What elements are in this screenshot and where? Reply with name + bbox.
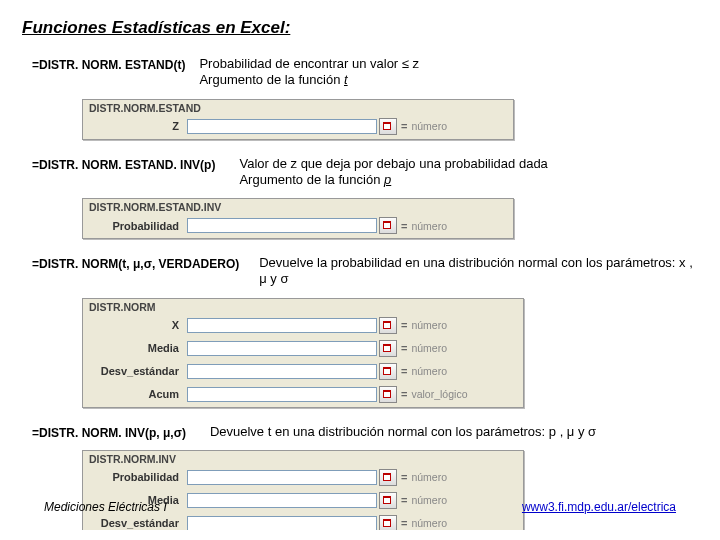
formula-description: Devuelve t en una distribución normal co… [200,424,596,440]
dialog-arg-row: Probabilidad = número [83,467,523,490]
arg-label: Probabilidad [89,471,187,483]
range-picker-icon[interactable] [379,515,397,530]
function-args-dialog: DISTR.NORM X = número Media = número Des… [82,298,524,408]
dialog-title: DISTR.NORM.ESTAND.INV [83,199,513,215]
arg-hint: valor_lógico [411,388,467,400]
dialog-arg-row: Acum = valor_lógico [83,384,523,407]
range-picker-icon[interactable] [379,386,397,403]
formula-text: =DISTR. NORM. INV(p, μ,σ) [22,424,200,440]
arg-input[interactable] [187,470,377,485]
function-args-dialog: DISTR.NORM.ESTAND.INV Probabilidad = núm… [82,198,514,239]
equals-sign: = [397,220,411,232]
arg-label: Acum [89,388,187,400]
desc-line2a: Argumento de la función [199,72,344,87]
arg-hint: número [411,120,447,132]
arg-input[interactable] [187,218,377,233]
arg-input[interactable] [187,318,377,333]
arg-label: Media [89,342,187,354]
section-distr-norm-estand: =DISTR. NORM. ESTAND(t) Probabilidad de … [22,56,698,140]
arg-input[interactable] [187,119,377,134]
arg-label: X [89,319,187,331]
section-distr-norm-inv: =DISTR. NORM. INV(p, μ,σ) Devuelve t en … [22,424,698,531]
equals-sign: = [397,319,411,331]
page-footer: Mediciones Eléctricas I www3.fi.mdp.edu.… [44,500,676,514]
arg-input[interactable] [187,387,377,402]
equals-sign: = [397,365,411,377]
arg-hint: número [411,319,447,331]
arg-hint: número [411,365,447,377]
arg-label: Z [89,120,187,132]
arg-label: Desv_estándar [89,517,187,529]
arg-hint: número [411,517,447,529]
desc-line1: Valor de z que deja por debajo una proba… [239,156,547,171]
formula-description: Devuelve la probabilidad en una distribu… [253,255,698,288]
arg-input[interactable] [187,516,377,530]
arg-input[interactable] [187,341,377,356]
range-picker-icon[interactable] [379,363,397,380]
arg-hint: número [411,342,447,354]
range-picker-icon[interactable] [379,217,397,234]
desc-line1: Probabilidad de encontrar un valor ≤ z [199,56,419,71]
equals-sign: = [397,342,411,354]
arg-hint: número [411,220,447,232]
formula-description: Probabilidad de encontrar un valor ≤ z A… [199,56,419,89]
dialog-arg-row: X = número [83,315,523,338]
desc-var: p [384,172,391,187]
arg-label: Probabilidad [89,220,187,232]
equals-sign: = [397,471,411,483]
arg-input[interactable] [187,364,377,379]
formula-text: =DISTR. NORM. ESTAND. INV(p) [22,156,229,172]
formula-text: =DISTR. NORM. ESTAND(t) [22,56,199,72]
formula-description: Valor de z que deja por debajo una proba… [229,156,547,189]
formula-text: =DISTR. NORM(t, μ,σ, VERDADERO) [22,255,253,271]
function-args-dialog: DISTR.NORM.INV Probabilidad = número Med… [82,450,524,530]
dialog-arg-row: Desv_estándar = número [83,361,523,384]
dialog-arg-row: Z = número [83,116,513,139]
footer-link[interactable]: www3.fi.mdp.edu.ar/electrica [522,500,676,514]
dialog-arg-row: Probabilidad = número [83,215,513,238]
dialog-arg-row: Media = número [83,338,523,361]
desc-line2a: Argumento de la función [239,172,384,187]
section-distr-norm: =DISTR. NORM(t, μ,σ, VERDADERO) Devuelve… [22,255,698,408]
dialog-title: DISTR.NORM.ESTAND [83,100,513,116]
range-picker-icon[interactable] [379,340,397,357]
desc-var: t [344,72,348,87]
range-picker-icon[interactable] [379,118,397,135]
arg-hint: número [411,471,447,483]
function-args-dialog: DISTR.NORM.ESTAND Z = número [82,99,514,140]
section-distr-norm-estand-inv: =DISTR. NORM. ESTAND. INV(p) Valor de z … [22,156,698,240]
page-title: Funciones Estadísticas en Excel: [22,18,698,38]
range-picker-icon[interactable] [379,317,397,334]
footer-left-text: Mediciones Eléctricas I [44,500,167,514]
dialog-title: DISTR.NORM [83,299,523,315]
equals-sign: = [397,388,411,400]
equals-sign: = [397,120,411,132]
equals-sign: = [397,517,411,529]
dialog-arg-row: Desv_estándar = número [83,513,523,530]
dialog-title: DISTR.NORM.INV [83,451,523,467]
range-picker-icon[interactable] [379,469,397,486]
arg-label: Desv_estándar [89,365,187,377]
